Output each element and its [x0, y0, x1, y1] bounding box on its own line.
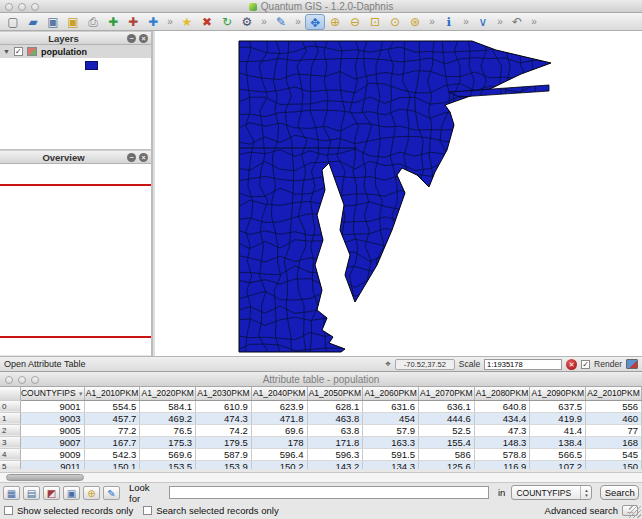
- toggle-editing-button-icon[interactable]: ✎: [103, 486, 120, 500]
- table-corner-cell[interactable]: [0, 387, 20, 400]
- zoom-in-button-icon[interactable]: ⊕: [325, 14, 345, 30]
- zoom-full-button-icon[interactable]: ⊛: [405, 14, 425, 30]
- layers-panel-undock-icon[interactable]: −: [127, 34, 136, 43]
- column-header-COUNTYFIPS[interactable]: COUNTYFIPS▼: [20, 387, 84, 400]
- horizontal-scrollbar-thumb[interactable]: [6, 474, 84, 481]
- column-header-A2_2010PKM[interactable]: A2_2010PKM: [586, 387, 642, 400]
- sort-indicator-icon: ▼: [78, 391, 84, 397]
- field-selector[interactable]: COUNTYFIPS ▲▼: [511, 485, 592, 500]
- zoom-out-button-icon[interactable]: ⊖: [345, 14, 365, 30]
- layers-panel-close-icon[interactable]: ×: [139, 34, 148, 43]
- overview-extent-line-top: [0, 184, 151, 186]
- overview-panel-body[interactable]: [0, 164, 151, 355]
- horizontal-scrollbar[interactable]: [0, 472, 642, 483]
- attr-minimize-button[interactable]: [18, 376, 26, 384]
- toolbar-overflow-chevron[interactable]: »: [291, 14, 305, 30]
- print-composer-button-icon[interactable]: ⎙: [83, 14, 103, 30]
- zoom-to-selection-button-icon[interactable]: ⊡: [365, 14, 385, 30]
- pan-map-button-icon[interactable]: ✥: [305, 14, 325, 30]
- new-bookmark-button-icon[interactable]: ★: [177, 14, 197, 30]
- column-header-A1_2020PKM[interactable]: A1_2020PKM: [140, 387, 196, 400]
- table-row[interactable]: 49009542.3569.6587.9596.4596.3591.558657…: [0, 448, 642, 460]
- coordinate-capture-icon[interactable]: ⌖: [385, 358, 391, 370]
- column-header-A1_2080PKM[interactable]: A1_2080PKM: [474, 387, 530, 400]
- toolbar-overflow-chevron[interactable]: »: [425, 14, 439, 30]
- options-button-icon[interactable]: ⚙: [237, 14, 257, 30]
- add-vector-layer-button-icon[interactable]: ✚: [103, 14, 123, 30]
- search-selected-checkbox[interactable]: [143, 506, 152, 515]
- column-header-A1_2060PKM[interactable]: A1_2060PKM: [363, 387, 419, 400]
- attr-close-button[interactable]: [5, 376, 13, 384]
- row-header[interactable]: 3: [0, 436, 20, 448]
- measure-line-button-icon[interactable]: ∨: [473, 14, 493, 30]
- add-raster-layer-button-icon[interactable]: ✚: [123, 14, 143, 30]
- column-header-A1_2040PKM[interactable]: A1_2040PKM: [251, 387, 307, 400]
- remove-layer-button-icon[interactable]: ✖: [197, 14, 217, 30]
- map-canvas[interactable]: [155, 31, 642, 356]
- row-header[interactable]: 1: [0, 412, 20, 424]
- look-for-input[interactable]: [169, 486, 489, 499]
- zoom-to-selected-button-icon[interactable]: ⊕: [83, 486, 100, 500]
- identify-features-button-icon[interactable]: ℹ: [439, 14, 459, 30]
- column-header-A1_2050PKM[interactable]: A1_2050PKM: [307, 387, 363, 400]
- close-window-button[interactable]: [5, 3, 13, 11]
- table-row[interactable]: 39007167.7175.3179.5178171.8163.3155.414…: [0, 436, 642, 448]
- column-header-A1_2010PKM[interactable]: A1_2010PKM: [84, 387, 140, 400]
- column-header-A1_2070PKM[interactable]: A1_2070PKM: [418, 387, 474, 400]
- row-header[interactable]: 0: [0, 400, 20, 412]
- toolbar-overflow-chevron[interactable]: »: [527, 14, 541, 30]
- copy-selected-rows-button-icon[interactable]: ▣: [63, 486, 80, 500]
- show-selected-checkbox[interactable]: [4, 506, 13, 515]
- overview-panel-undock-icon[interactable]: −: [127, 153, 136, 162]
- map-view[interactable]: [155, 31, 642, 356]
- window-controls: [5, 3, 39, 11]
- stop-render-button[interactable]: ✕: [566, 359, 577, 370]
- table-row[interactable]: 2900577.276.574.269.663.857.952.547.341.…: [0, 424, 642, 436]
- attr-zoom-button[interactable]: [31, 376, 39, 384]
- undo-button-icon[interactable]: ↶: [507, 14, 527, 30]
- table-row[interactable]: 09001554.5584.1610.9623.9628.1631.6636.1…: [0, 400, 642, 412]
- row-header[interactable]: 2: [0, 424, 20, 436]
- add-to-overview-button-icon[interactable]: ↻: [217, 14, 237, 30]
- attribute-table: COUNTYFIPS▼A1_2010PKMA1_2020PKMA1_2030PK…: [0, 387, 642, 469]
- overview-panel-close-icon[interactable]: ×: [139, 153, 148, 162]
- table-row[interactable]: 59011150.1153.5153.9150.2143.2134.3125.6…: [0, 460, 642, 469]
- minimize-window-button[interactable]: [18, 3, 26, 11]
- unselect-all-button-icon[interactable]: ▦: [3, 486, 20, 500]
- table-cell: 69.6: [251, 424, 307, 436]
- open-project-button-icon[interactable]: ▰: [23, 14, 43, 30]
- zoom-last-button-icon[interactable]: ⊙: [385, 14, 405, 30]
- new-project-button-icon[interactable]: ▢: [3, 14, 23, 30]
- layer-expand-icon[interactable]: ▼: [3, 48, 10, 55]
- new-vector-layer-button-icon[interactable]: ✚: [143, 14, 163, 30]
- table-cell: 584.1: [140, 400, 196, 412]
- window-resize-grip[interactable]: [629, 506, 641, 518]
- toolbar-overflow-chevron[interactable]: »: [163, 14, 177, 30]
- table-cell: 591.5: [363, 448, 419, 460]
- zoom-window-button[interactable]: [31, 3, 39, 11]
- edit-pencil-button-icon[interactable]: ✎: [271, 14, 291, 30]
- projection-icon[interactable]: [626, 359, 638, 369]
- save-project-as-button-icon[interactable]: ▣: [63, 14, 83, 30]
- row-header[interactable]: 5: [0, 460, 20, 469]
- table-cell: 9001: [20, 400, 84, 412]
- table-cell: 587.9: [196, 448, 252, 460]
- table-cell: 457.7: [84, 412, 140, 424]
- toolbar-overflow-chevron[interactable]: »: [257, 14, 271, 30]
- table-row[interactable]: 19003457.7469.2474.3471.8463.8454444.643…: [0, 412, 642, 424]
- layer-item-population[interactable]: ▼ ✓ population: [0, 45, 151, 58]
- attribute-table-options: Show selected records only Search select…: [0, 502, 642, 519]
- row-header[interactable]: 4: [0, 448, 20, 460]
- invert-selection-button-icon[interactable]: ◩: [43, 486, 60, 500]
- toolbar-overflow-chevron[interactable]: »: [459, 14, 473, 30]
- column-header-A1_2090PKM[interactable]: A1_2090PKM: [530, 387, 586, 400]
- move-selection-to-top-button-icon[interactable]: ▤: [23, 486, 40, 500]
- scale-input[interactable]: [484, 359, 562, 370]
- search-button[interactable]: Search: [600, 485, 639, 500]
- toolbar-overflow-chevron[interactable]: »: [493, 14, 507, 30]
- save-project-button-icon[interactable]: ▣: [43, 14, 63, 30]
- layer-visibility-checkbox[interactable]: ✓: [14, 47, 23, 56]
- table-cell: 150: [586, 460, 642, 469]
- column-header-A1_2030PKM[interactable]: A1_2030PKM: [196, 387, 252, 400]
- render-checkbox[interactable]: ✓: [581, 360, 590, 369]
